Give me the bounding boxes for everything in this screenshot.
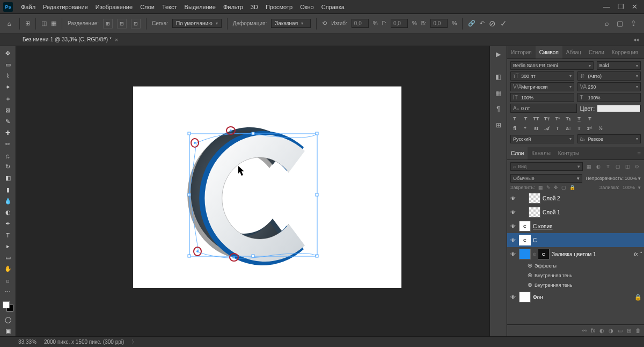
tab-adjustments[interactable]: Коррекция <box>608 46 642 59</box>
layers-menu-icon[interactable]: ≡ <box>634 150 644 157</box>
lock-all-icon[interactable]: 🔒 <box>569 185 575 190</box>
layer-effect-item[interactable]: ⦿ Внутренняя тень <box>507 271 644 280</box>
vscale-input[interactable]: IT100% <box>510 93 574 102</box>
group-icon[interactable]: ▭ <box>618 328 623 334</box>
maximize-button[interactable]: ❐ <box>618 3 624 11</box>
tab-paragraph[interactable]: Абзац <box>562 46 585 59</box>
blend-mode-dropdown[interactable]: Обычные▾ <box>510 174 582 183</box>
underline-toggle[interactable]: T <box>575 115 583 122</box>
layer-name[interactable]: Заливка цветом 1 <box>552 251 632 257</box>
paragraph-icon[interactable]: ¶ <box>493 103 504 115</box>
layer-row[interactable]: 👁 Фон 🔒 <box>507 290 644 304</box>
allcaps-toggle[interactable]: TT <box>532 115 540 122</box>
tab-channels[interactable]: Каналы <box>528 147 554 160</box>
tab-history[interactable]: История <box>507 46 536 59</box>
filter-toggle-icon[interactable]: ⊙ <box>633 163 641 170</box>
undo-icon[interactable]: ↶ <box>480 20 485 27</box>
layer-row[interactable]: 👁 Слой 1 <box>507 205 644 219</box>
language-dropdown[interactable]: Русский▾ <box>510 135 574 143</box>
subscript-toggle[interactable]: T₁ <box>564 115 573 122</box>
layer-thumb[interactable]: C <box>519 221 531 232</box>
visibility-toggle[interactable]: 👁 <box>509 209 517 215</box>
layer-name[interactable]: Фон <box>533 294 632 300</box>
history-brush-tool[interactable]: ↻ <box>2 162 14 172</box>
info-chevron-icon[interactable]: 〉 <box>131 338 137 346</box>
more-tools[interactable]: ⋯ <box>2 287 14 297</box>
tab-layers[interactable]: Слои <box>507 147 528 160</box>
tab-styles[interactable]: Стили <box>585 46 608 59</box>
layer-thumb[interactable]: C <box>519 235 531 245</box>
menu-3d[interactable]: 3D <box>247 4 262 10</box>
layer-row[interactable]: 👁 C С <box>507 233 644 247</box>
cancel-icon[interactable]: ⊘ <box>489 19 496 28</box>
visibility-toggle[interactable]: 👁 <box>509 196 517 201</box>
fill-input[interactable]: 100% <box>623 185 635 190</box>
hand-tool[interactable]: ✋ <box>2 264 14 274</box>
clone-tool[interactable]: ⎌ <box>2 150 14 161</box>
tab-paths[interactable]: Контуры <box>554 147 583 160</box>
visibility-toggle[interactable]: 👁 <box>509 237 517 243</box>
first-toggle[interactable]: 1ˢᵗ <box>586 125 594 132</box>
grid-preset-icon[interactable]: ◫ <box>41 20 47 27</box>
filter-shape-icon[interactable]: ▢ <box>614 163 621 170</box>
collapse-panels-icon[interactable]: ◂◂ <box>633 37 644 42</box>
menu-file[interactable]: Файл <box>17 4 39 10</box>
layer-thumb[interactable] <box>519 292 531 302</box>
layer-thumb[interactable] <box>529 193 540 204</box>
opacity-input[interactable]: 100% <box>625 176 637 181</box>
contextual-toggle[interactable]: ᵒ <box>521 125 530 132</box>
zoom-level[interactable]: 33,33% <box>18 339 36 345</box>
close-button[interactable]: ✕ <box>632 3 638 11</box>
antialias-dropdown[interactable]: aₐРезкое▾ <box>577 134 641 143</box>
close-tab-icon[interactable]: × <box>115 37 118 43</box>
minimize-button[interactable]: — <box>603 3 610 11</box>
titling-toggle[interactable]: T <box>553 125 562 132</box>
v-input[interactable]: 0,0 <box>430 19 448 28</box>
shape-tool[interactable]: ▭ <box>2 252 14 263</box>
warp-icon[interactable]: ⊞ <box>25 20 30 27</box>
swash-toggle[interactable]: 𝒜 <box>543 125 551 132</box>
move-tool[interactable]: ✥ <box>2 48 14 59</box>
brush-tool[interactable]: ✏ <box>2 139 14 149</box>
italic-toggle[interactable]: T <box>521 115 530 122</box>
layer-thumb[interactable] <box>519 249 531 259</box>
home-icon[interactable]: ⌂ <box>4 19 14 28</box>
adjustment-icon[interactable]: ◑ <box>609 328 613 334</box>
stylistic2-toggle[interactable]: T <box>575 125 583 132</box>
fractions-toggle[interactable]: ½ <box>596 125 605 132</box>
layer-name[interactable]: С <box>533 237 642 243</box>
baseline-input[interactable]: Aₐ0 пт <box>510 104 577 113</box>
deform-dropdown[interactable]: Заказная▾ <box>271 19 311 28</box>
h-input[interactable]: 0,0 <box>391 19 408 28</box>
strike-toggle[interactable]: T <box>586 115 594 122</box>
play-icon[interactable]: ▶ <box>493 48 504 60</box>
filter-adjust-icon[interactable]: ◐ <box>595 163 602 170</box>
ligatures-toggle[interactable]: fi <box>510 125 519 132</box>
zoom-tool[interactable]: ⌕ <box>2 276 14 286</box>
lock-move-icon[interactable]: ✥ <box>554 185 558 190</box>
menu-view[interactable]: Просмотр <box>262 4 296 10</box>
split-h-icon[interactable]: ⊞ <box>103 19 113 28</box>
layer-thumb[interactable] <box>529 207 540 218</box>
orientation-icon[interactable]: ⟲ <box>322 20 327 27</box>
artboard[interactable] <box>133 86 401 288</box>
stylistic-toggle[interactable]: st <box>532 125 540 132</box>
healing-tool[interactable]: ✚ <box>2 128 14 138</box>
commit-icon[interactable]: ✓ <box>500 19 507 28</box>
layer-effects-header[interactable]: ⦿ Эффекты <box>507 261 644 271</box>
mask-icon[interactable]: ◐ <box>599 328 604 334</box>
eraser-tool[interactable]: ◧ <box>2 173 14 183</box>
color-swatches[interactable] <box>3 301 13 312</box>
eyedropper-tool[interactable]: ✎ <box>2 117 14 127</box>
delete-icon[interactable]: 🗑 <box>635 328 641 334</box>
frame-tool[interactable]: ⊠ <box>2 105 14 115</box>
menu-select[interactable]: Выделение <box>181 4 219 10</box>
link-icon[interactable]: 🔗 <box>468 20 475 27</box>
path-select-tool[interactable]: ▸ <box>2 241 14 251</box>
lock-trans-icon[interactable]: ▦ <box>538 185 543 190</box>
lock-paint-icon[interactable]: ✎ <box>546 185 551 190</box>
menu-filter[interactable]: Фильтр <box>219 4 247 10</box>
filter-type-icon[interactable]: T <box>604 163 612 170</box>
fx-icon[interactable]: fx <box>591 328 595 334</box>
search-icon[interactable]: ⌕ <box>605 19 609 27</box>
